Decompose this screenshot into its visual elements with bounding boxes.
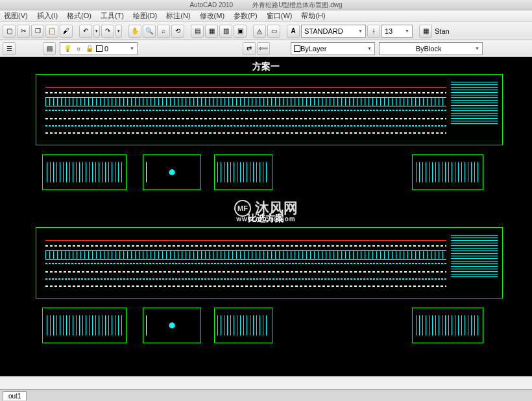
scheme1-detail-3 <box>214 154 272 190</box>
scheme2-elevation <box>36 227 503 298</box>
lock-icon: 🔓 <box>85 44 94 53</box>
redo-icon[interactable]: ↷ <box>101 25 114 38</box>
layer-color-swatch <box>96 45 103 52</box>
layer-prev-icon[interactable]: ⟸ <box>257 42 270 55</box>
linetype-combo[interactable]: ByBlock ▼ <box>379 42 483 55</box>
menu-param[interactable]: 参数(P) <box>234 11 258 21</box>
layer-props-icon[interactable]: ☰ <box>3 42 16 55</box>
paste-icon[interactable]: 📋 <box>45 25 58 38</box>
zoom-realtime-icon[interactable]: 🔍 <box>143 25 156 38</box>
menu-help[interactable]: 帮助(H) <box>301 11 325 21</box>
chevron-down-icon: ▼ <box>475 46 479 51</box>
scheme1-title: 方案一 <box>252 61 280 73</box>
match-icon[interactable]: 🖌 <box>60 25 73 38</box>
title-bar: AutoCAD 2010 外青松路U型槽总体布置图.dwg <box>0 0 532 10</box>
standard-toolbar: ▢ ✂ ❐ 📋 🖌 ↶ ▾ ↷ ▾ ✋ 🔍 ⌕ ⟲ ▤ ▦ ▥ ▣ ◬ ▭ A … <box>0 22 532 40</box>
new-icon[interactable]: ▢ <box>3 25 16 38</box>
redo-dropdown-icon[interactable]: ▾ <box>115 25 122 38</box>
menu-bar: 视图(V) 插入(I) 格式(O) 工具(T) 绘图(D) 标注(N) 修改(M… <box>0 10 532 22</box>
menu-insert[interactable]: 插入(I) <box>37 11 58 21</box>
layer-iso-icon[interactable]: ⇄ <box>243 42 256 55</box>
text-style-icon[interactable]: A <box>287 25 300 38</box>
properties-icon[interactable]: ▤ <box>191 25 204 38</box>
scheme2-table <box>412 308 483 343</box>
menu-modify[interactable]: 修改(M) <box>200 11 225 21</box>
layout-tabs: out1 <box>0 389 532 401</box>
open-icon[interactable]: ✂ <box>17 25 30 38</box>
undo-dropdown-icon[interactable]: ▾ <box>93 25 100 38</box>
chevron-down-icon: ▼ <box>367 46 372 51</box>
color-swatch <box>294 45 300 52</box>
copy-icon[interactable]: ❐ <box>31 25 44 38</box>
menu-view[interactable]: 视图(V) <box>4 11 28 21</box>
scheme2-title: 比选方案 <box>248 213 284 225</box>
dim-style-icon[interactable]: ⟊ <box>367 25 380 38</box>
callout-lines <box>451 235 498 277</box>
scheme1-detail-2 <box>143 154 201 190</box>
linetype-value: ByBlock <box>382 45 475 53</box>
zoom-window-icon[interactable]: ⌕ <box>157 25 170 38</box>
pan-icon[interactable]: ✋ <box>128 25 141 38</box>
text-style-combo[interactable]: STANDARD▼ <box>301 25 366 38</box>
layer-name: 0 <box>104 45 108 53</box>
markup-icon[interactable]: ◬ <box>253 25 266 38</box>
color-combo[interactable]: ByLayer ▼ <box>291 42 375 55</box>
dim-style-combo[interactable]: 13▼ <box>381 25 413 38</box>
scheme2-detail-3 <box>214 308 272 343</box>
dim-style-value: 13 <box>385 27 393 35</box>
menu-draw[interactable]: 绘图(D) <box>133 11 157 21</box>
chevron-down-icon: ▼ <box>405 29 409 33</box>
file-name: 外青松路U型槽总体布置图.dwg <box>252 1 342 10</box>
scheme1-elevation <box>36 74 503 145</box>
sun-icon: ☼ <box>74 44 83 53</box>
sheet-set-icon[interactable]: ▣ <box>234 25 247 38</box>
scheme1-table <box>412 154 483 190</box>
menu-tools[interactable]: 工具(T) <box>101 11 124 21</box>
tab-layout1[interactable]: out1 <box>3 391 27 400</box>
scheme1-detail-1 <box>42 154 127 190</box>
layer-combo[interactable]: 💡 ☼ 🔓 0 ▼ <box>60 42 138 55</box>
text-style-value: STANDARD <box>304 27 343 35</box>
table-style-icon[interactable]: ▦ <box>419 25 432 38</box>
scheme2-detail-1 <box>42 308 127 343</box>
app-name: AutoCAD 2010 <box>189 1 233 8</box>
color-value: ByLayer <box>300 45 326 53</box>
drawing-canvas[interactable]: 方案一 比选方案 MF 沐风网 www.mfcad.com <box>0 57 532 376</box>
menu-window[interactable]: 窗口(W) <box>267 11 293 21</box>
layer-toolbar: ☰ ▤ 💡 ☼ 🔓 0 ▼ ⇄ ⟸ ByLayer ▼ ByBlock ▼ <box>0 40 532 57</box>
chevron-down-icon: ▼ <box>130 46 134 51</box>
design-center-icon[interactable]: ▦ <box>205 25 218 38</box>
scheme2-detail-2 <box>143 308 201 343</box>
tool-palettes-icon[interactable]: ▥ <box>219 25 232 38</box>
bulb-icon: 💡 <box>63 44 72 53</box>
callout-lines <box>451 82 498 124</box>
table-style-value: Stan <box>433 27 451 35</box>
zoom-prev-icon[interactable]: ⟲ <box>171 25 184 38</box>
layer-manager-icon[interactable]: ▤ <box>43 42 56 55</box>
calc-icon[interactable]: ▭ <box>267 25 280 38</box>
menu-dim[interactable]: 标注(N) <box>166 11 190 21</box>
chevron-down-icon: ▼ <box>358 29 363 33</box>
undo-icon[interactable]: ↶ <box>79 25 92 38</box>
menu-format[interactable]: 格式(O) <box>67 11 91 21</box>
